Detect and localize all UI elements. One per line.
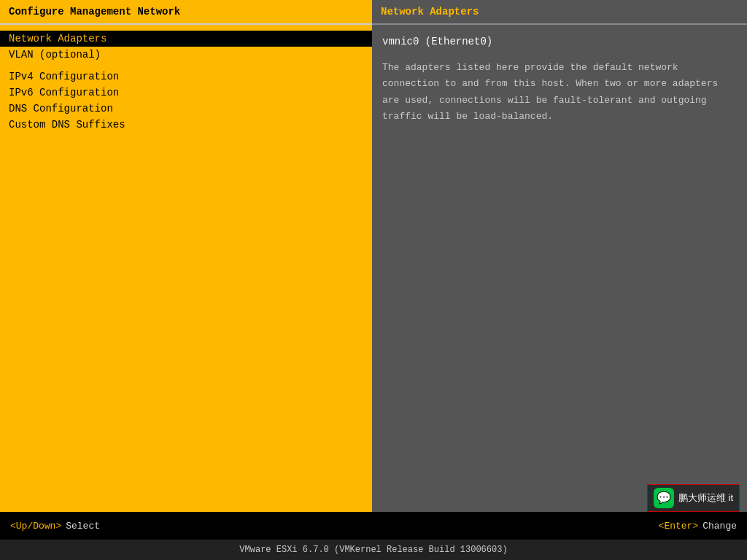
menu-item-6[interactable]: Custom DNS Suffixes xyxy=(0,117,372,133)
enter-key: <Enter> xyxy=(659,521,699,532)
adapter-name: vmnic0 (Ethernet0) xyxy=(382,34,737,50)
right-panel-title: Network Adapters xyxy=(372,0,747,25)
footer-bar: VMware ESXi 6.7.0 (VMKernel Release Buil… xyxy=(0,540,747,560)
menu-item-1[interactable]: VLAN (optional) xyxy=(0,47,372,63)
change-action: Change xyxy=(703,521,737,532)
select-action: Select xyxy=(66,521,100,532)
up-down-key: <Up/Down> xyxy=(10,521,61,532)
menu-item-3[interactable]: IPv4 Configuration xyxy=(0,69,372,85)
watermark-icon: 💬 xyxy=(654,488,674,508)
menu-item-5[interactable]: DNS Configuration xyxy=(0,101,372,117)
bottom-bar: <Up/Down> Select <Enter> Change xyxy=(0,512,747,540)
menu-item-0[interactable]: Network Adapters xyxy=(0,31,372,47)
menu-spacer xyxy=(0,63,372,69)
wechat-icon: 💬 xyxy=(657,491,671,505)
watermark-text: 鹏大师运维 it xyxy=(678,491,733,505)
watermark: 💬 鹏大师运维 it xyxy=(647,484,740,512)
menu-item-4[interactable]: IPv6 Configuration xyxy=(0,85,372,101)
bottom-left-controls: <Up/Down> Select xyxy=(10,521,100,532)
footer-text: VMware ESXi 6.7.0 (VMKernel Release Buil… xyxy=(239,545,507,555)
left-panel-title: Configure Management Network xyxy=(0,0,372,25)
right-panel-content: vmnic0 (Ethernet0) The adapters listed h… xyxy=(372,25,747,512)
bottom-right-controls: <Enter> Change xyxy=(659,521,737,532)
left-menu: Network AdaptersVLAN (optional)IPv4 Conf… xyxy=(0,25,372,512)
adapter-description: The adapters listed here provide the def… xyxy=(382,60,737,124)
